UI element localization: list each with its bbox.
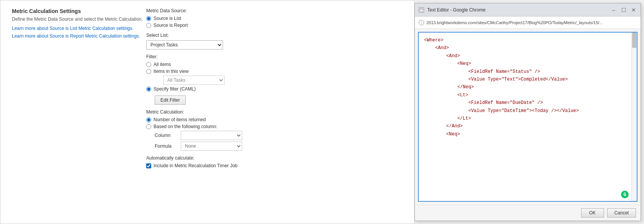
editor-content[interactable]: <Where> <And> <And> <Neq> <FieldRef Name…: [419, 33, 637, 201]
metric-calc-label: Metric Calculation:: [146, 109, 315, 115]
radio-source-report-input[interactable]: [146, 23, 151, 28]
grammarly-icon: G: [621, 190, 629, 199]
select-list-section: Select List: Project Tasks Tasks Issues …: [146, 33, 315, 49]
source-radio-group: Source is List Source is Report: [146, 16, 315, 28]
filter-section: Filter: All items Items in this view All…: [146, 54, 315, 105]
chrome-title-left: Text Editor - Google Chrome: [419, 7, 485, 13]
checkbox-include-label[interactable]: Include in Metric Recalculation Timer Jo…: [146, 163, 315, 168]
ok-button[interactable]: OK: [581, 208, 604, 217]
chrome-window-controls: – ☐ ✕: [611, 7, 637, 13]
address-url: 2013.brightworkdemo.com/sites/CMcCarthy/…: [426, 20, 603, 25]
editor-line: <Where>: [424, 36, 631, 44]
editor-line: </And>: [424, 122, 631, 130]
edit-filter-button[interactable]: Edit Filter: [155, 96, 186, 105]
editor-line: <And>: [424, 44, 631, 52]
editor-line: <Value Type="Text">Completed</Value>: [424, 76, 631, 83]
radio-based-column[interactable]: Based on the following column:: [146, 124, 315, 129]
radio-number-items[interactable]: Number of items returned: [146, 117, 315, 122]
radio-specify-filter[interactable]: Specify filter (CAML): [146, 86, 315, 92]
editor-line: <Value Type="DateTime"><Today /></Value>: [424, 107, 631, 115]
select-list-dropdown[interactable]: Project Tasks Tasks Issues Risks: [146, 40, 223, 49]
scrollbar-thumb[interactable]: [632, 33, 636, 48]
metric-calc-section: Metric Calculation: Number of items retu…: [146, 109, 315, 151]
scrollbar-track[interactable]: [631, 33, 637, 201]
editor-line: <Neq>: [424, 130, 631, 138]
form-area: Metric Data Source: Source is List Sourc…: [146, 8, 315, 173]
chrome-addressbar: i 2013.brightworkdemo.com/sites/CMcCarth…: [415, 16, 641, 29]
radio-based-column-input[interactable]: [146, 124, 151, 129]
info-icon: i: [419, 20, 424, 25]
settings-panel: Metric Calculation Settings Define the M…: [0, 0, 414, 224]
editor-line: <Neq>: [424, 60, 631, 68]
radio-source-report[interactable]: Source is Report: [146, 23, 315, 28]
radio-all-items[interactable]: All items: [146, 62, 315, 67]
filter-label: Filter:: [146, 54, 315, 59]
column-dropdown[interactable]: [181, 131, 242, 140]
chrome-title: Text Editor - Google Chrome: [427, 7, 485, 13]
include-checkbox[interactable]: [146, 163, 151, 168]
radio-number-items-input[interactable]: [146, 117, 151, 122]
chrome-window: Text Editor - Google Chrome – ☐ ✕ i 2013…: [414, 3, 641, 221]
editor-line: <FieldRef Name="Status" />: [424, 68, 631, 76]
radio-items-view[interactable]: Items in this view: [146, 69, 315, 74]
cancel-button[interactable]: Cancel: [607, 208, 636, 217]
svg-rect-0: [420, 8, 423, 12]
chrome-titlebar: Text Editor - Google Chrome – ☐ ✕: [415, 3, 641, 16]
formula-label: Formula: [155, 143, 178, 149]
auto-calc-label: Automatically calculate:: [146, 155, 315, 161]
column-label: Column: [155, 133, 178, 138]
close-button[interactable]: ✕: [631, 7, 637, 13]
radio-items-view-input[interactable]: [146, 69, 151, 74]
page-icon: [419, 7, 424, 13]
chrome-footer: OK Cancel: [415, 205, 641, 221]
editor-line: <FieldRef Name="DueDate" />: [424, 99, 631, 107]
auto-calc-section: Automatically calculate: Include in Metr…: [146, 155, 315, 168]
editor-line: </Lt>: [424, 115, 631, 122]
radio-specify-filter-input[interactable]: [146, 87, 151, 92]
svg-text:G: G: [623, 192, 626, 198]
select-list-label: Select List:: [146, 33, 315, 38]
editor-line: </Neq>: [424, 83, 631, 91]
editor-line: <And>: [424, 52, 631, 60]
formula-dropdown[interactable]: None: [181, 142, 242, 151]
items-view-dropdown[interactable]: All Tasks: [163, 76, 225, 85]
radio-source-list[interactable]: Source is List: [146, 16, 315, 21]
text-editor-area[interactable]: <Where> <And> <And> <Neq> <FieldRef Name…: [418, 32, 637, 202]
radio-source-list-input[interactable]: [146, 16, 151, 21]
metric-data-source-section: Metric Data Source: Source is List Sourc…: [146, 8, 315, 28]
maximize-button[interactable]: ☐: [621, 7, 627, 13]
metric-data-source-label: Metric Data Source:: [146, 8, 315, 13]
editor-line: <Lt>: [424, 91, 631, 99]
minimize-button[interactable]: –: [611, 7, 617, 13]
radio-all-items-input[interactable]: [146, 62, 151, 67]
